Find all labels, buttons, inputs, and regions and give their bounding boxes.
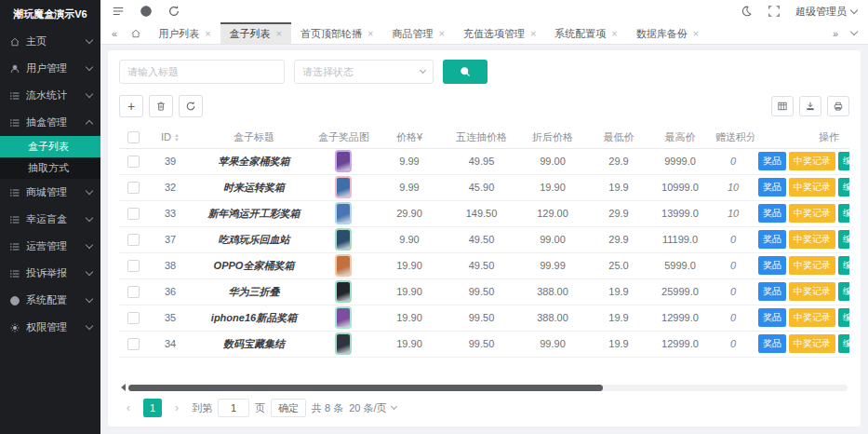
delete-button[interactable]	[149, 95, 173, 117]
sidebar-subitem[interactable]: 盒子列表	[0, 136, 100, 157]
action-prize-button[interactable]: 奖品	[758, 178, 786, 197]
row-checkbox[interactable]	[127, 234, 140, 246]
tabs-scroll-left-icon[interactable]: «	[106, 22, 123, 44]
export-button[interactable]	[799, 96, 821, 116]
action-edit-button[interactable]: 编辑	[838, 282, 849, 301]
tab[interactable]: 数据库备份×	[627, 22, 708, 44]
action-edit-button[interactable]: 编辑	[838, 256, 849, 275]
row-checkbox[interactable]	[127, 338, 140, 350]
next-page-button[interactable]: ›	[167, 399, 186, 417]
action-win-record-button[interactable]: 中奖记录	[789, 334, 835, 353]
globe-icon[interactable]	[140, 5, 153, 18]
tab-close-icon[interactable]: ×	[530, 29, 536, 39]
action-win-record-button[interactable]: 中奖记录	[789, 204, 835, 223]
prize-image[interactable]	[335, 306, 352, 329]
action-edit-button[interactable]: 编辑	[838, 334, 849, 353]
refresh-table-button[interactable]	[179, 95, 203, 117]
action-prize-button[interactable]: 奖品	[758, 282, 786, 301]
row-checkbox[interactable]	[127, 312, 140, 324]
search-button[interactable]	[443, 60, 487, 84]
action-prize-button[interactable]: 奖品	[758, 334, 786, 353]
sidebar-subitem[interactable]: 抽取方式	[0, 157, 100, 179]
tab-close-icon[interactable]: ×	[205, 29, 210, 39]
scrollbar-track[interactable]	[128, 385, 848, 391]
sidebar-item-label: 用户管理	[26, 61, 67, 75]
action-win-record-button[interactable]: 中奖记录	[789, 152, 835, 170]
tabs-menu-icon[interactable]	[846, 22, 862, 44]
sidebar-item[interactable]: 系统配置	[0, 287, 100, 314]
prize-image[interactable]	[335, 280, 352, 303]
user-menu[interactable]: 超级管理员	[795, 5, 857, 19]
hamburger-icon[interactable]	[112, 5, 125, 18]
page-jump-input[interactable]	[218, 399, 249, 417]
fullscreen-icon[interactable]	[768, 5, 781, 18]
action-edit-button[interactable]: 编辑	[838, 152, 849, 170]
action-prize-button[interactable]: 奖品	[758, 256, 786, 275]
prize-image[interactable]	[335, 202, 352, 224]
prev-page-button[interactable]: ‹	[119, 399, 138, 417]
tab-close-icon[interactable]: ×	[611, 29, 617, 39]
action-win-record-button[interactable]: 中奖记录	[789, 230, 835, 249]
row-checkbox[interactable]	[127, 208, 140, 220]
action-win-record-button[interactable]: 中奖记录	[789, 308, 835, 327]
row-checkbox[interactable]	[127, 156, 140, 168]
tab[interactable]: 商品管理×	[382, 22, 453, 44]
select-all-checkbox[interactable]	[127, 131, 140, 143]
column-header: 操作	[754, 127, 849, 148]
prize-image[interactable]	[335, 332, 352, 355]
action-edit-button[interactable]: 编辑	[838, 204, 849, 223]
tab-close-icon[interactable]: ×	[438, 29, 444, 39]
action-edit-button[interactable]: 编辑	[838, 230, 849, 249]
action-prize-button[interactable]: 奖品	[758, 308, 786, 327]
sidebar-item[interactable]: circle{fill:currentColor}流水统计	[0, 82, 100, 109]
tabs-scroll-right-icon[interactable]: »	[827, 22, 844, 44]
action-edit-button[interactable]: 编辑	[838, 178, 849, 197]
page-size-select[interactable]: 20 条/页	[349, 401, 395, 415]
refresh-icon[interactable]	[167, 5, 180, 18]
action-prize-button[interactable]: 奖品	[758, 204, 786, 223]
action-win-record-button[interactable]: 中奖记录	[789, 178, 835, 197]
title-search-input[interactable]	[119, 60, 285, 84]
tab-close-icon[interactable]: ×	[367, 29, 373, 39]
tab[interactable]: 充值选项管理×	[454, 22, 545, 44]
sidebar-item[interactable]: 主页	[0, 28, 100, 55]
tab[interactable]: 用户列表×	[149, 22, 220, 44]
tab[interactable]: 首页顶部轮播×	[291, 22, 382, 44]
sidebar-item[interactable]: circle{fill:currentColor}抽盒管理	[0, 109, 100, 136]
tab[interactable]: 盒子列表×	[220, 22, 291, 44]
prize-image[interactable]	[335, 228, 352, 251]
sort-icon[interactable]: ▲▼	[174, 133, 180, 142]
print-button[interactable]	[827, 96, 849, 116]
sidebar-item[interactable]: circle{fill:currentColor}幸运盲盒	[0, 206, 100, 233]
jump-confirm-button[interactable]: 确定	[271, 399, 306, 417]
columns-settings-button[interactable]	[771, 96, 794, 116]
theme-icon[interactable]	[740, 5, 753, 18]
row-checkbox[interactable]	[127, 260, 140, 272]
scroll-left-arrow-icon[interactable]	[121, 384, 126, 391]
tab-close-icon[interactable]: ×	[276, 29, 282, 39]
prize-image[interactable]	[335, 176, 352, 198]
row-checkbox[interactable]	[127, 182, 140, 194]
add-button[interactable]: +	[119, 95, 143, 117]
scrollbar-thumb[interactable]	[128, 385, 603, 391]
tab[interactable]: 系统配置项×	[545, 22, 626, 44]
chevron-down-icon	[86, 241, 93, 249]
sidebar-item[interactable]: circle{fill:currentColor}投诉举报	[0, 260, 100, 287]
action-edit-button[interactable]: 编辑	[838, 308, 849, 327]
row-checkbox[interactable]	[127, 286, 140, 298]
prize-image[interactable]	[335, 150, 352, 172]
action-win-record-button[interactable]: 中奖记录	[789, 282, 835, 301]
action-prize-button[interactable]: 奖品	[758, 152, 786, 170]
tab-close-icon[interactable]: ×	[693, 29, 699, 39]
action-prize-button[interactable]: 奖品	[758, 230, 786, 249]
sidebar-item[interactable]: 权限管理	[0, 314, 100, 341]
row-checkbox-cell	[119, 226, 147, 252]
prize-image[interactable]	[335, 254, 352, 277]
page-number-button[interactable]: 1	[143, 399, 162, 417]
sidebar-item[interactable]: circle{fill:currentColor}运营管理	[0, 233, 100, 260]
sidebar-item[interactable]: circle{fill:currentColor}商城管理	[0, 179, 100, 206]
sidebar-item[interactable]: 用户管理	[0, 55, 100, 82]
status-select[interactable]: 请选择状态	[294, 60, 434, 84]
action-win-record-button[interactable]: 中奖记录	[789, 256, 835, 275]
home-tab-icon[interactable]	[125, 22, 147, 44]
